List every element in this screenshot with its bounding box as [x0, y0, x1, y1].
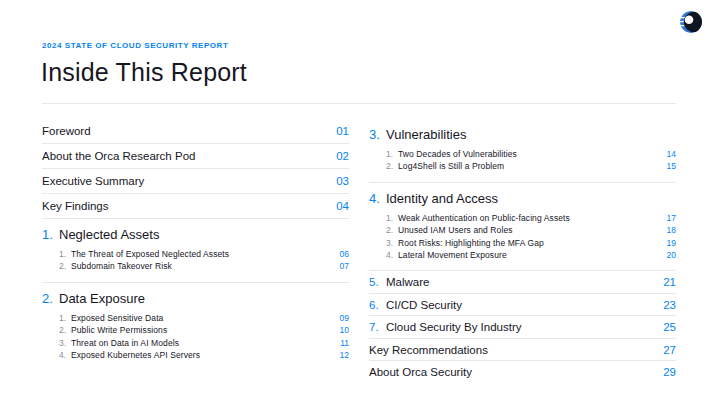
toc-row-key-findings[interactable]: Key Findings04 — [42, 194, 349, 219]
toc-row-page-number: 23 — [663, 299, 676, 311]
toc-row-about-the-orca-research-pod[interactable]: About the Orca Research Pod02 — [42, 144, 349, 169]
toc-row-page-number: 01 — [336, 125, 349, 137]
toc-subitem-page-number: 17 — [667, 212, 676, 224]
toc-row-page-number: 21 — [663, 276, 676, 288]
toc-row-label: Key Recommendations — [369, 344, 488, 356]
toc-section-heading-identity-and-access[interactable]: 4.Identity and Access — [369, 191, 676, 207]
toc-section-heading-data-exposure[interactable]: 2.Data Exposure — [42, 291, 349, 307]
toc-subitem-public-write-permissions[interactable]: 2.Public Write Permissions10 — [42, 324, 349, 336]
toc-section-number: 3. — [369, 127, 386, 143]
toc-right-column: 3.Vulnerabilities1.Two Decades of Vulner… — [369, 104, 676, 383]
toc-subitem-label: Public Write Permissions — [71, 324, 167, 336]
page-title: Inside This Report — [41, 58, 247, 87]
report-eyebrow: 2024 STATE OF CLOUD SECURITY REPORT — [42, 41, 228, 50]
toc-row-label: Malware — [386, 276, 429, 288]
toc-subitem-lateral-movement-exposure[interactable]: 4.Lateral Movement Exposure20 — [369, 249, 676, 261]
toc-row-ci-cd-security[interactable]: 6.CI/CD Security23 — [369, 294, 676, 317]
toc-subitem-number: 2. — [59, 260, 71, 272]
toc-section-heading-neglected-assets[interactable]: 1.Neglected Assets — [42, 227, 349, 243]
toc-section-neglected-assets: 1.Neglected Assets1.The Threat of Expose… — [42, 227, 349, 283]
toc-subitem-root-risks-highlighting-the-mfa-gap[interactable]: 3.Root Risks: Highlighting the MFA Gap19 — [369, 237, 676, 249]
toc-subitem-number: 3. — [59, 337, 71, 349]
toc-subitem-subdomain-takeover-risk[interactable]: 2.Subdomain Takeover Risk07 — [42, 260, 349, 272]
toc-subitem-label: Lateral Movement Exposure — [398, 249, 507, 261]
toc-subitem-two-decades-of-vulnerabilities[interactable]: 1.Two Decades of Vulnerabilities14 — [369, 148, 676, 160]
toc-row-number: 6. — [369, 299, 386, 311]
toc-subitem-log4shell-is-still-a-problem[interactable]: 2.Log4Shell is Still a Problem15 — [369, 160, 676, 172]
toc-row-executive-summary[interactable]: Executive Summary03 — [42, 169, 349, 194]
toc-row-page-number: 27 — [663, 344, 676, 356]
toc-row-label: About the Orca Research Pod — [42, 150, 195, 162]
toc-subitem-label: Threat on Data in AI Models — [71, 337, 179, 349]
toc-row-label: About Orca Security — [369, 366, 472, 378]
toc-subitem-label: Weak Authentication on Public-facing Ass… — [398, 212, 570, 224]
toc-subitem-page-number: 06 — [340, 248, 349, 260]
toc-subitem-page-number: 15 — [667, 160, 676, 172]
toc-subitem-number: 4. — [386, 249, 398, 261]
toc-subitem-label: Subdomain Takeover Risk — [71, 260, 172, 272]
toc-subitem-page-number: 20 — [667, 249, 676, 261]
toc-subitem-page-number: 14 — [667, 148, 676, 160]
toc-section-number: 1. — [42, 227, 59, 243]
toc-subitem-page-number: 09 — [340, 312, 349, 324]
toc-section-label: Data Exposure — [59, 291, 145, 307]
toc-subitem-page-number: 19 — [667, 237, 676, 249]
toc-subitem-label: Two Decades of Vulnerabilities — [398, 148, 517, 160]
toc-subitem-page-number: 12 — [340, 349, 349, 361]
toc-row-label: CI/CD Security — [386, 299, 462, 311]
toc-row-label: Key Findings — [42, 200, 108, 212]
toc-subitem-label: Log4Shell is Still a Problem — [398, 160, 504, 172]
toc-section-identity-and-access: 4.Identity and Access1.Weak Authenticati… — [369, 191, 676, 272]
toc-section-number: 2. — [42, 291, 59, 307]
toc-row-malware[interactable]: 5.Malware21 — [369, 271, 676, 294]
toc-row-page-number: 04 — [336, 200, 349, 212]
toc-section-number: 4. — [369, 191, 386, 207]
toc-subitem-label: Unused IAM Users and Roles — [398, 224, 513, 236]
report-toc-page: 2024 STATE OF CLOUD SECURITY REPORT Insi… — [0, 0, 720, 405]
toc-row-label: Executive Summary — [42, 175, 144, 187]
toc-subitem-unused-iam-users-and-roles[interactable]: 2.Unused IAM Users and Roles18 — [369, 224, 676, 236]
toc-subitem-page-number: 11 — [340, 337, 349, 349]
toc-row-page-number: 29 — [663, 366, 676, 378]
toc-subitem-page-number: 18 — [667, 224, 676, 236]
toc-subitem-number: 1. — [59, 248, 71, 260]
toc-subitem-number: 2. — [386, 224, 398, 236]
toc-row-page-number: 02 — [336, 150, 349, 162]
toc-row-about-orca-security[interactable]: About Orca Security29 — [369, 361, 676, 383]
toc-subitem-number: 2. — [59, 324, 71, 336]
toc-row-cloud-security-by-industry[interactable]: 7.Cloud Security By Industry25 — [369, 316, 676, 339]
toc-section-label: Neglected Assets — [59, 227, 159, 243]
toc-columns: Foreword01About the Orca Research Pod02E… — [42, 104, 676, 383]
toc-subitem-weak-authentication-on-public-facing-assets[interactable]: 1.Weak Authentication on Public-facing A… — [369, 212, 676, 224]
toc-row-key-recommendations[interactable]: Key Recommendations27 — [369, 339, 676, 362]
toc-subitem-exposed-kubernetes-api-servers[interactable]: 4.Exposed Kubernetes API Servers12 — [42, 349, 349, 361]
toc-row-number: 5. — [369, 276, 386, 288]
toc-subitem-the-threat-of-exposed-neglected-assets[interactable]: 1.The Threat of Exposed Neglected Assets… — [42, 248, 349, 260]
toc-subitem-number: 4. — [59, 349, 71, 361]
toc-subitem-label: The Threat of Exposed Neglected Assets — [71, 248, 229, 260]
toc-row-number: 7. — [369, 321, 386, 333]
toc-row-foreword[interactable]: Foreword01 — [42, 119, 349, 144]
toc-subitem-label: Exposed Sensitive Data — [71, 312, 163, 324]
orca-security-logo-icon — [680, 11, 702, 33]
toc-subitem-page-number: 10 — [340, 324, 349, 336]
toc-row-label: Foreword — [42, 125, 91, 137]
toc-subitem-number: 3. — [386, 237, 398, 249]
toc-section-label: Identity and Access — [386, 191, 498, 207]
toc-subitem-label: Root Risks: Highlighting the MFA Gap — [398, 237, 544, 249]
toc-subitem-page-number: 07 — [340, 260, 349, 272]
toc-section-vulnerabilities: 3.Vulnerabilities1.Two Decades of Vulner… — [369, 127, 676, 183]
toc-section-heading-vulnerabilities[interactable]: 3.Vulnerabilities — [369, 127, 676, 143]
toc-subitem-number: 1. — [59, 312, 71, 324]
toc-row-label: Cloud Security By Industry — [386, 321, 522, 333]
toc-section-label: Vulnerabilities — [386, 127, 466, 143]
toc-subitem-number: 1. — [386, 212, 398, 224]
toc-row-page-number: 03 — [336, 175, 349, 187]
toc-subitem-number: 1. — [386, 148, 398, 160]
toc-subitem-threat-on-data-in-ai-models[interactable]: 3.Threat on Data in AI Models11 — [42, 337, 349, 349]
toc-subitem-label: Exposed Kubernetes API Servers — [71, 349, 200, 361]
toc-section-data-exposure: 2.Data Exposure1.Exposed Sensitive Data0… — [42, 291, 349, 371]
toc-row-page-number: 25 — [663, 321, 676, 333]
toc-subitem-number: 2. — [386, 160, 398, 172]
toc-subitem-exposed-sensitive-data[interactable]: 1.Exposed Sensitive Data09 — [42, 312, 349, 324]
